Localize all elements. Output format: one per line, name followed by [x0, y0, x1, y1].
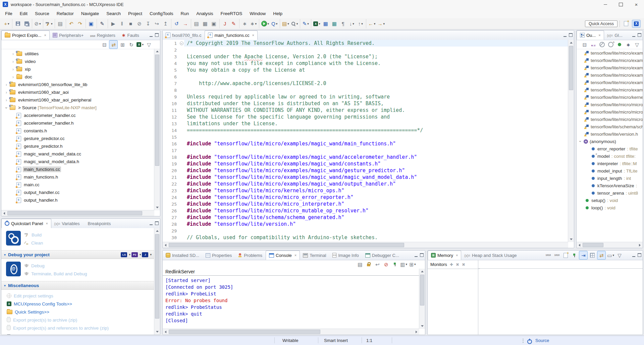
- disconnect-button[interactable]: ⊘: [136, 20, 144, 28]
- console-vertical-scrollbar[interactable]: [419, 269, 425, 329]
- memory-monitors-button[interactable]: ▦: [201, 20, 209, 28]
- code-line-27[interactable]: 27#include "tensorflow/lite/schema/schem…: [163, 214, 568, 221]
- source-power-button[interactable]: [527, 339, 532, 344]
- code-line-17[interactable]: 17: [163, 147, 568, 154]
- tree-item-main-cc[interactable]: main.cc: [1, 181, 154, 189]
- section-header-debug-your-project[interactable]: ▾Debug your projectLS▾P2▾J▾: [1, 250, 154, 259]
- probe-j-button[interactable]: J: [142, 252, 148, 257]
- outline-include[interactable]: tensorflow/lite/micro/micro_mutable_op_r…: [577, 116, 643, 123]
- clocks-tool-button[interactable]: ▦: [330, 20, 338, 28]
- toggle-memory-monitors-pane-button[interactable]: ⇥: [579, 251, 588, 260]
- outline-include[interactable]: tensorflow/lite/micro/micro_interpreter.…: [577, 108, 643, 116]
- next-annotation-button[interactable]: ↓▾: [348, 20, 356, 28]
- code-line-14[interactable]: 14======================================…: [163, 127, 568, 134]
- link-with-editor-button[interactable]: ⇄: [109, 40, 118, 49]
- menu-freertos[interactable]: FreeRTOS: [217, 10, 246, 17]
- open-perspective-button[interactable]: [622, 20, 630, 27]
- code-line-22[interactable]: 22#include "tensorflow/lite/micro/exampl…: [163, 181, 568, 187]
- tree-item-output-handler-h[interactable]: output_handler.h: [1, 196, 154, 204]
- code-line-1[interactable]: 1−/* Copyright 2019 The TensorFlow Autho…: [163, 40, 568, 47]
- minimize-window-button[interactable]: [598, 0, 613, 9]
- tab-registers[interactable]: Registers: [87, 30, 119, 40]
- qemu-dropdown-icon[interactable]: ▾: [276, 22, 278, 25]
- code-line-19[interactable]: 19#include "tensorflow/lite/micro/exampl…: [163, 160, 568, 167]
- outline-field-input-length[interactable]: input_length : int: [577, 175, 643, 182]
- probe-ls-button[interactable]: LS: [121, 252, 127, 257]
- disconnect-button[interactable]: ⊘: [382, 260, 390, 268]
- freertos-menu-dropdown-icon[interactable]: ▾: [255, 22, 257, 25]
- editor-vertical-scrollbar[interactable]: [568, 40, 574, 242]
- menu-source[interactable]: Source: [31, 10, 53, 17]
- prev-annotation-dropdown-icon[interactable]: ▾: [361, 22, 363, 25]
- outline-include[interactable]: tensorflow/lite/micro/examples/magic_wan…: [577, 71, 643, 79]
- outline-include[interactable]: tensorflow/lite/micro/kernels/micro_ops.…: [577, 93, 643, 101]
- export-memory-button[interactable]: 1010: [544, 251, 552, 259]
- code-line-8[interactable]: 8: [163, 87, 568, 93]
- tab-memory[interactable]: Memory×: [428, 251, 461, 260]
- tab-debugger-c[interactable]: Debugger C...: [362, 251, 402, 260]
- skip-all-breakpoints-dropdown-icon[interactable]: ▾: [39, 22, 41, 25]
- layout-dropdown-icon[interactable]: ▾: [612, 254, 614, 257]
- close-tab-icon[interactable]: ×: [46, 221, 48, 225]
- new-wizard-button[interactable]: +▾: [3, 20, 11, 28]
- probe-j-dropdown-icon[interactable]: ▾: [150, 253, 152, 256]
- hide-non-public-button[interactable]: [615, 41, 624, 49]
- code-line-9[interactable]: 9Unless required by applicable law or ag…: [163, 93, 568, 100]
- qemu-button[interactable]: Q▾: [270, 20, 278, 28]
- twistie-icon[interactable]: ›: [11, 52, 15, 56]
- open-task-button[interactable]: ▣: [87, 20, 95, 28]
- tab-gl[interactable]: Gl...: [604, 30, 626, 40]
- freertos-task-view-button[interactable]: ∗: [241, 20, 249, 28]
- maximize-panel-button[interactable]: [155, 33, 159, 38]
- minimize-panel-button[interactable]: [415, 253, 418, 258]
- search-dropdown-icon[interactable]: ▾: [297, 22, 298, 25]
- tree-item-main-functions-cc[interactable]: main_functions.cc: [1, 165, 154, 173]
- outline-include[interactable]: tensorflow/lite/micro/micro_error_report…: [577, 101, 643, 108]
- tab-breakpoints[interactable]: Breakpoints: [83, 219, 114, 228]
- code-line-26[interactable]: 26#include "tensorflow/lite/micro/micro_…: [163, 207, 568, 214]
- config-tools-dropdown-icon[interactable]: ▾: [319, 22, 320, 25]
- step-over-button[interactable]: ↪: [153, 20, 161, 28]
- tab-heap-and-stack-usage[interactable]: Heap and Stack Usage: [461, 251, 520, 260]
- hide-fields-button[interactable]: [598, 41, 606, 49]
- save-all-button[interactable]: [22, 20, 31, 28]
- twistie-icon[interactable]: ›: [5, 90, 8, 94]
- layout-button[interactable]: ▭▾: [606, 251, 615, 259]
- minimize-panel-button[interactable]: [632, 253, 635, 258]
- view-menu-button[interactable]: ▽: [615, 251, 624, 259]
- tree-item-main-functions-h[interactable]: main_functions.h: [1, 173, 154, 181]
- close-tab-icon[interactable]: ×: [294, 253, 297, 257]
- back-dropdown-icon[interactable]: ▾: [374, 22, 376, 25]
- twistie-icon[interactable]: ›: [11, 67, 15, 71]
- code-line-5[interactable]: 5You may obtain a copy of the License at: [163, 67, 568, 73]
- tab-problems[interactable]: Problems: [235, 251, 266, 260]
- forward-button[interactable]: →▾: [377, 20, 385, 28]
- new-memory-view-button[interactable]: [561, 251, 570, 259]
- highlighter-button[interactable]: ✎▾: [302, 20, 310, 28]
- menu-file[interactable]: File: [1, 10, 16, 17]
- code-line-25[interactable]: 25#include "tensorflow/lite/micro/micro_…: [163, 201, 568, 207]
- redo-button[interactable]: ↷: [76, 20, 84, 28]
- tree-item-source[interactable]: ›> Source[TensorFlowLite-NXP master]: [1, 104, 154, 112]
- outline-include[interactable]: tensorflow/lite/micro/examples/magic_wan…: [577, 86, 643, 93]
- minimize-panel-button[interactable]: [150, 221, 153, 226]
- tab-faults[interactable]: Faults: [119, 30, 143, 40]
- undo-button[interactable]: ↶: [67, 20, 75, 28]
- tab-ou[interactable]: Ou...×: [577, 30, 604, 40]
- view-menu-button[interactable]: ▽: [633, 41, 641, 49]
- filters-button[interactable]: ∗: [624, 41, 632, 49]
- tree-item-magic-wand-model-data-cc[interactable]: magic_wand_model_data.cc: [1, 150, 154, 158]
- fold-collapse-icon[interactable]: −: [180, 42, 183, 45]
- code-line-4[interactable]: 4you may not use this file except in com…: [163, 60, 568, 67]
- new-binary-button[interactable]: ▤: [56, 20, 64, 28]
- menu-project[interactable]: Project: [124, 10, 146, 17]
- view-menu-button[interactable]: ▽: [145, 41, 153, 49]
- menu-edit[interactable]: Edit: [16, 10, 31, 17]
- highlighter-dropdown-icon[interactable]: ▾: [307, 22, 309, 25]
- tab-fxos8700-fifo-c[interactable]: fxos8700_fifo.c: [163, 30, 205, 40]
- cpp-perspective-button[interactable]: X: [632, 20, 641, 28]
- show-disassembly-button[interactable]: ▤: [193, 20, 201, 28]
- code-line-2[interactable]: 2: [163, 47, 568, 53]
- build-button[interactable]: ▾: [45, 20, 53, 28]
- import-memory-button[interactable]: 1010: [553, 251, 561, 259]
